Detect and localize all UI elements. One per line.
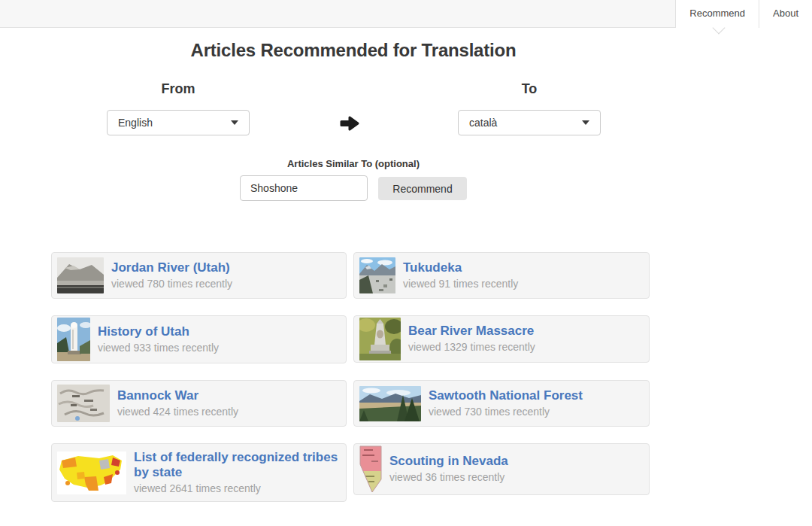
tab-about[interactable]: About xyxy=(759,0,812,28)
white-tower-building-photo-thumbnail xyxy=(57,318,90,361)
article-card-text: Jordan River (Utah) viewed 780 times rec… xyxy=(111,256,232,295)
article-card-sawtooth-national-forest[interactable]: Sawtooth National Forest viewed 730 time… xyxy=(353,380,650,427)
article-card-history-of-utah[interactable]: History of Utah viewed 933 times recentl… xyxy=(51,315,347,363)
us-choropleth-map-thumbnail xyxy=(57,452,126,494)
article-card-text: Bear River Massacre viewed 1329 times re… xyxy=(408,319,535,358)
articles-similar-to-label: Articles Similar To (optional) xyxy=(0,158,707,169)
article-title-link[interactable]: Jordan River (Utah) xyxy=(111,260,232,275)
article-views: viewed 424 times recently xyxy=(117,405,238,418)
terrain-relief-map-thumbnail xyxy=(57,385,110,422)
article-views: viewed 933 times recently xyxy=(98,341,219,354)
article-card-text: History of Utah viewed 933 times recentl… xyxy=(98,320,219,359)
article-title-link[interactable]: Bear River Massacre xyxy=(408,324,535,339)
to-language-select[interactable]: català xyxy=(458,110,601,135)
article-card-tukudeka[interactable]: Tukudeka viewed 91 times recently xyxy=(353,252,650,299)
from-language-select[interactable]: English xyxy=(107,110,250,135)
article-views: viewed 36 times recently xyxy=(389,470,508,484)
article-views: viewed 780 times recently xyxy=(111,277,232,290)
recommend-button[interactable]: Recommend xyxy=(378,177,467,200)
recommendation-list: Jordan River (Utah) viewed 780 times rec… xyxy=(51,252,650,502)
article-card-jordan-river[interactable]: Jordan River (Utah) viewed 780 times rec… xyxy=(51,252,347,299)
article-title-link[interactable]: List of federally recognized tribes by s… xyxy=(134,450,338,480)
bw-mountain-river-photo-thumbnail xyxy=(57,257,104,293)
chevron-down-icon xyxy=(231,120,238,125)
from-label: From xyxy=(107,81,250,97)
article-title-link[interactable]: Bannock War xyxy=(117,388,238,403)
article-title-link[interactable]: Sawtooth National Forest xyxy=(429,388,583,403)
chevron-down-icon xyxy=(582,120,589,125)
article-title-link[interactable]: History of Utah xyxy=(98,324,219,339)
top-navbar: Recommend About xyxy=(0,0,812,28)
article-views: viewed 91 times recently xyxy=(403,277,518,290)
similar-article-input[interactable] xyxy=(240,175,368,201)
article-title-link[interactable]: Tukudeka xyxy=(403,260,518,275)
from-language-value: English xyxy=(118,117,153,129)
arrow-right-icon xyxy=(339,114,360,136)
article-card-text: Tukudeka viewed 91 times recently xyxy=(403,256,518,295)
article-card-text: List of federally recognized tribes by s… xyxy=(134,445,338,500)
forest-valley-photo-thumbnail xyxy=(359,386,421,421)
article-card-scouting-in-nevada[interactable]: Scouting in Nevada viewed 36 times recen… xyxy=(353,443,650,495)
article-card-federally-recognized-tribes[interactable]: List of federally recognized tribes by s… xyxy=(51,443,347,502)
article-card-text: Scouting in Nevada viewed 36 times recen… xyxy=(389,449,508,488)
article-views: viewed 730 times recently xyxy=(429,405,583,418)
article-views: viewed 1329 times recently xyxy=(408,340,535,354)
article-card-text: Sawtooth National Forest viewed 730 time… xyxy=(429,384,583,423)
gapfinder-app: { "nav": { "tabs": [ { "label": "Recomme… xyxy=(0,0,812,526)
nevada-state-map-thumbnail xyxy=(359,445,382,493)
stone-monument-photo-thumbnail xyxy=(359,318,401,360)
article-title-link[interactable]: Scouting in Nevada xyxy=(389,454,508,469)
article-views: viewed 2641 times recently xyxy=(134,482,338,495)
to-label: To xyxy=(458,81,601,97)
nav-tabs: Recommend About xyxy=(675,0,812,28)
article-card-bear-river-massacre[interactable]: Bear River Massacre viewed 1329 times re… xyxy=(353,315,650,363)
article-card-bannock-war[interactable]: Bannock War viewed 424 times recently xyxy=(51,380,347,427)
rocky-mountains-photo-thumbnail xyxy=(359,257,395,293)
to-language-value: català xyxy=(469,117,497,129)
article-card-text: Bannock War viewed 424 times recently xyxy=(117,384,238,423)
page-title: Articles Recommended for Translation xyxy=(0,40,707,61)
